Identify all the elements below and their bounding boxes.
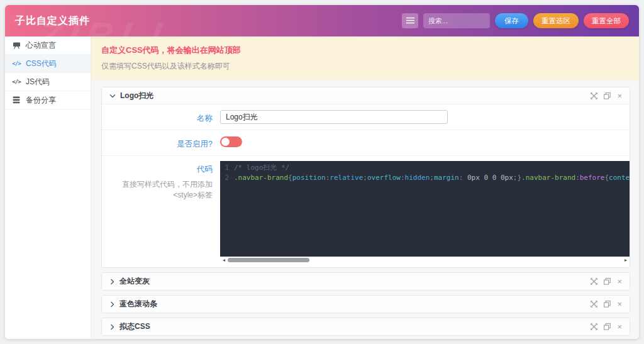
sidebar-item-js-code[interactable]: </>JS代码: [5, 73, 91, 91]
database-icon: [12, 96, 21, 104]
panel-header-neumorphism-css[interactable]: 拟态CSS×: [102, 318, 630, 335]
panel-actions: ×: [591, 277, 622, 286]
sidebar-item-heart-message[interactable]: 心动宣言: [5, 36, 91, 55]
sidebar: 心动宣言</>CSS代码</>JS代码备份分享: [5, 36, 91, 339]
sidebar-item-backup-share[interactable]: 备份分享: [5, 91, 91, 109]
save-button[interactable]: 保存: [495, 13, 528, 28]
close-icon[interactable]: ×: [617, 92, 622, 100]
enable-row: 是否启用?: [102, 130, 630, 156]
code-hint: 直接写样式代码，不用添加<style>标签: [102, 179, 213, 201]
sidebar-item-label: 心动宣言: [26, 40, 56, 51]
panel-title: 全站变灰: [119, 276, 150, 287]
close-icon[interactable]: ×: [617, 300, 622, 308]
notice-title: 自定义CSS代码，将会输出在网站顶部: [101, 45, 629, 56]
copy-icon[interactable]: [604, 278, 611, 285]
collapsed-panels: 全站变灰×蓝色滚动条×拟态CSS×: [101, 272, 630, 336]
css-code-editor[interactable]: 1/* logo扫光 */2.navbar-brand{position:rel…: [220, 161, 630, 264]
sidebar-item-label: JS代码: [26, 77, 50, 87]
panel-actions: ×: [591, 323, 622, 331]
sidebar-item-css-code[interactable]: </>CSS代码: [5, 55, 91, 73]
code-lines: 1/* logo扫光 */2.navbar-brand{position:rel…: [220, 163, 630, 183]
panel-header-blue-scrollbar[interactable]: 蓝色滚动条×: [102, 296, 630, 313]
list-icon-button[interactable]: [402, 13, 418, 28]
panel-site-gray: 全站变灰×: [101, 272, 630, 291]
close-icon[interactable]: ×: [617, 323, 622, 331]
panel-header-logo-shine[interactable]: Logo扫光 ×: [102, 87, 630, 104]
enable-toggle[interactable]: [220, 136, 242, 147]
plugin-window: ZIBLL 子比自定义插件 保存 重置选区 重置全部 心动宣言</>CSS代码<…: [5, 5, 639, 339]
search-input[interactable]: [423, 13, 490, 28]
sidebar-item-label: CSS代码: [26, 58, 57, 69]
header-toolbar: 保存 重置选区 重置全部: [402, 13, 629, 28]
move-icon[interactable]: [591, 323, 597, 330]
scroll-left-arrow-icon[interactable]: ◂: [220, 257, 228, 264]
styles-list: Logo扫光 × 名称 是否启用?: [91, 80, 639, 339]
code-icon: </>: [12, 60, 21, 67]
copy-icon[interactable]: [604, 92, 611, 99]
enable-label: 是否启用?: [177, 140, 213, 148]
panel-title: 拟态CSS: [119, 321, 150, 332]
panel-blue-scrollbar: 蓝色滚动条×: [101, 295, 630, 313]
editor-horizontal-scrollbar[interactable]: ◂ ▸: [220, 257, 630, 264]
notice-banner: 自定义CSS代码，将会输出在网站顶部 仅需填写CSS代码以及该样式名称即可: [91, 36, 639, 80]
billboard-icon: [12, 42, 21, 49]
move-icon[interactable]: [591, 92, 597, 99]
scroll-right-arrow-icon[interactable]: ▸: [622, 257, 630, 264]
scrollbar-thumb[interactable]: [228, 258, 309, 262]
main-content: 自定义CSS代码，将会输出在网站顶部 仅需填写CSS代码以及该样式名称即可 Lo…: [91, 36, 639, 339]
toggle-knob: [221, 138, 230, 146]
panel-header-site-gray[interactable]: 全站变灰×: [102, 273, 630, 290]
name-row: 名称: [102, 104, 630, 130]
panel-neumorphism-css: 拟态CSS×: [101, 318, 630, 336]
chevron-right-icon: [109, 301, 115, 308]
code-label: 代码: [197, 165, 213, 174]
move-icon[interactable]: [591, 301, 597, 308]
reset-all-button[interactable]: 重置全部: [584, 13, 629, 28]
name-input[interactable]: [220, 110, 448, 124]
notice-subtitle: 仅需填写CSS代码以及该样式名称即可: [101, 61, 629, 72]
close-icon[interactable]: ×: [617, 277, 622, 286]
code-icon: </>: [12, 79, 21, 85]
panel-title: 蓝色滚动条: [119, 299, 157, 309]
list-icon: [406, 16, 414, 26]
panel-title: Logo扫光: [120, 91, 153, 101]
chevron-right-icon: [109, 279, 115, 285]
copy-icon[interactable]: [604, 301, 611, 308]
panel-logo-shine: Logo扫光 × 名称 是否启用?: [101, 87, 630, 268]
panel-actions: ×: [591, 300, 622, 308]
header: ZIBLL 子比自定义插件 保存 重置选区 重置全部: [5, 5, 639, 36]
chevron-right-icon: [109, 324, 115, 330]
chevron-down-icon: [109, 93, 116, 99]
page-background: ZIBLL 子比自定义插件 保存 重置选区 重置全部 心动宣言</>CSS代码<…: [0, 0, 644, 344]
page-title: 子比自定义插件: [15, 14, 90, 28]
reset-section-button[interactable]: 重置选区: [533, 13, 579, 28]
move-icon[interactable]: [591, 278, 597, 285]
panel-body: 名称 是否启用? 代码: [102, 104, 630, 267]
sidebar-item-label: 备份分享: [26, 95, 56, 106]
name-label: 名称: [197, 114, 213, 123]
panel-actions: ×: [591, 92, 622, 100]
code-row: 代码 直接写样式代码，不用添加<style>标签 1/* logo扫光 */2.…: [102, 156, 630, 267]
copy-icon[interactable]: [604, 323, 611, 330]
